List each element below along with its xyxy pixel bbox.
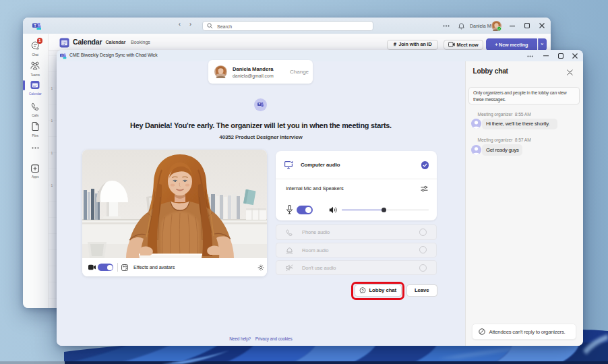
svg-text:T: T xyxy=(34,23,36,27)
